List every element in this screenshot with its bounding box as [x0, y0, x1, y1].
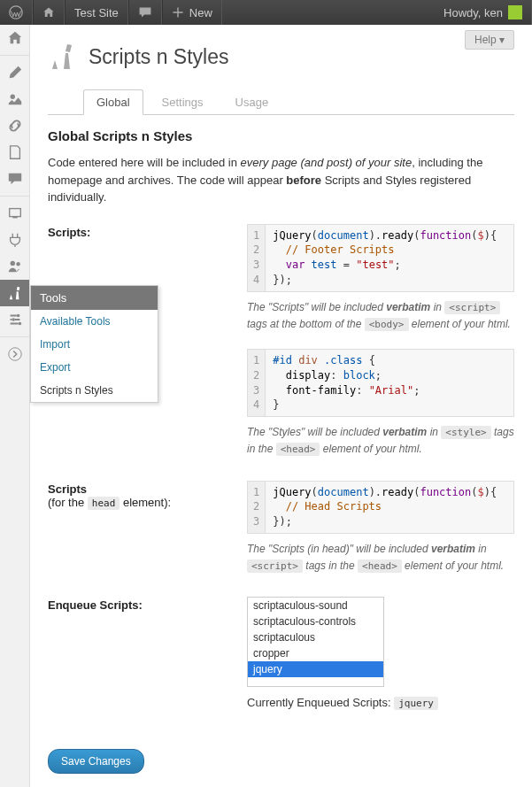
svg-rect-2: [9, 209, 20, 217]
site-name[interactable]: Test Site: [65, 0, 128, 25]
help-button[interactable]: Help ▾: [465, 30, 514, 50]
label-scripts-head: Scripts (for the head element):: [48, 481, 247, 575]
svg-point-1: [10, 95, 14, 99]
scripts-head-note: The "Scripts (in head)" will be included…: [247, 541, 514, 575]
wp-logo[interactable]: [0, 0, 33, 25]
list-item[interactable]: jquery: [248, 661, 383, 677]
avatar: [508, 5, 522, 19]
menu-appearance[interactable]: [0, 200, 29, 227]
menu-media[interactable]: [0, 86, 29, 112]
page-heading: Scripts n Styles: [48, 41, 514, 73]
site-home-icon[interactable]: [33, 0, 65, 25]
menu-tools[interactable]: [0, 280, 29, 306]
admin-sidebar: [0, 25, 30, 787]
list-item[interactable]: scriptaculous: [248, 629, 383, 645]
svg-point-7: [12, 318, 15, 321]
tool-icon: [48, 41, 80, 73]
page-title-text: Scripts n Styles: [89, 45, 229, 69]
content-area: Help ▾ Scripts n Styles Global Settings …: [30, 25, 532, 787]
scripts-note: The "Scripts" will be included verbatim …: [247, 299, 514, 333]
flyout-item[interactable]: Export: [31, 356, 158, 379]
menu-pages[interactable]: [0, 139, 29, 166]
flyout-item[interactable]: Available Tools: [31, 310, 158, 333]
list-item[interactable]: scriptaculous-controls: [248, 613, 383, 629]
menu-comments[interactable]: [0, 166, 29, 192]
menu-links[interactable]: [0, 112, 29, 139]
svg-point-6: [16, 314, 19, 318]
menu-posts[interactable]: [0, 59, 29, 86]
new-content[interactable]: New: [162, 0, 222, 25]
tools-flyout: Tools Available Tools Import Export Scri…: [30, 285, 158, 403]
tabs-nav: Global Settings Usage: [48, 89, 514, 115]
styles-note: The "Styles" will be included verbatim i…: [247, 424, 514, 458]
new-label: New: [189, 6, 212, 19]
svg-point-4: [10, 261, 14, 266]
label-enqueue: Enqueue Scripts:: [48, 597, 247, 709]
svg-point-9: [8, 348, 20, 360]
section-description: Code entered here will be included in ev…: [48, 154, 514, 206]
enqueue-listbox[interactable]: scriptaculous-sound scriptaculous-contro…: [247, 597, 384, 687]
menu-settings[interactable]: [0, 306, 29, 333]
save-button[interactable]: Save Changes: [48, 749, 144, 774]
list-item[interactable]: cropper: [248, 645, 383, 661]
flyout-item[interactable]: Import: [31, 333, 158, 356]
tab-usage[interactable]: Usage: [222, 89, 282, 115]
flyout-heading[interactable]: Tools: [31, 286, 158, 310]
svg-point-5: [16, 262, 20, 266]
currently-enqueued: Currently Enqueued Scripts: jquery: [247, 696, 514, 709]
menu-dashboard[interactable]: [0, 25, 29, 51]
howdy-text: Howdy, ken: [443, 6, 503, 19]
menu-users[interactable]: [0, 253, 29, 280]
flyout-item[interactable]: Scripts n Styles: [31, 379, 158, 402]
menu-collapse[interactable]: [0, 341, 29, 367]
howdy-account[interactable]: Howdy, ken: [435, 0, 532, 25]
list-item[interactable]: scriptaculous-sound: [248, 598, 383, 613]
scripts-head-editor[interactable]: 123 jQuery(document).ready(function($){ …: [247, 481, 514, 534]
section-heading: Global Scripts n Styles: [48, 128, 514, 143]
menu-plugins[interactable]: [0, 227, 29, 253]
styles-editor[interactable]: 1234 #id div .class { display: block; fo…: [247, 349, 514, 417]
comments-icon[interactable]: [128, 0, 162, 25]
svg-rect-3: [12, 217, 17, 219]
tab-settings[interactable]: Settings: [149, 89, 217, 115]
svg-point-8: [18, 322, 21, 326]
admin-bar: Test Site New Howdy, ken: [0, 0, 532, 25]
scripts-editor[interactable]: 1234 jQuery(document).ready(function($){…: [247, 224, 514, 292]
tab-global[interactable]: Global: [83, 89, 143, 115]
